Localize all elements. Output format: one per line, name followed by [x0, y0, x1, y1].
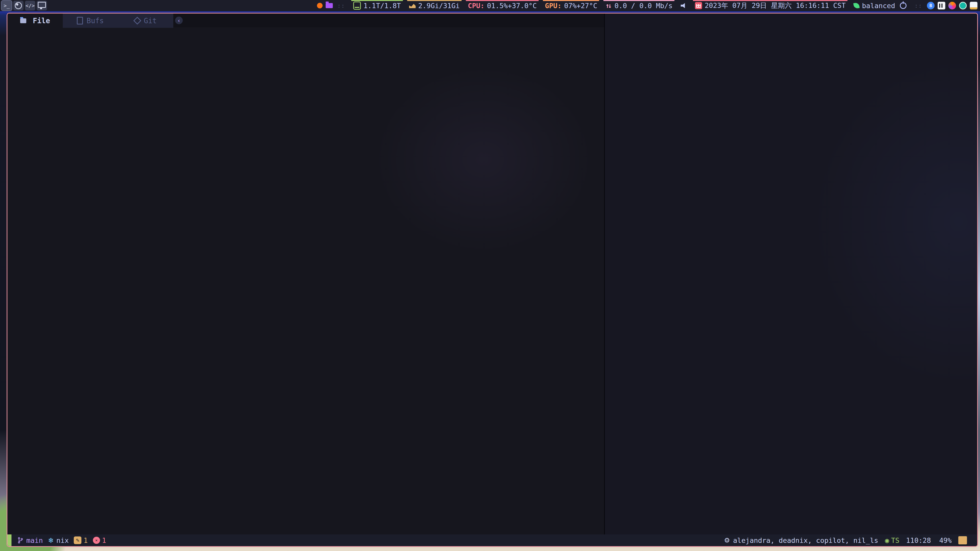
- treesitter-indicator: ◉ TS: [885, 537, 899, 545]
- workspace-terminal[interactable]: >_: [2, 1, 12, 11]
- browser-icon: [15, 2, 22, 9]
- statusline: main ❄ nix ✎ 1 ✕ 1 ⚙ alejandra, deadnix,…: [7, 534, 977, 546]
- updown-arrows-icon: ↑↓: [605, 2, 610, 10]
- terminal-icon: >_: [3, 3, 10, 9]
- top-status-bar: >_</> :: 1.1T/1.8T 2.9Gi/31Gi CPU: 01.5%…: [0, 0, 980, 11]
- workspace-switcher: >_</>: [2, 1, 47, 11]
- disk-stat: 1.1T/1.8T: [349, 0, 405, 11]
- clock: 2023年 07月 29日 星期六 16:16:11 CST: [691, 0, 850, 11]
- tab-git[interactable]: Git: [118, 14, 173, 28]
- branch-icon: [17, 537, 24, 544]
- ram-icon: [409, 3, 416, 8]
- speaker-icon: [681, 3, 687, 9]
- file-explorer-panel: File Bufs Git: [7, 14, 173, 534]
- pencil-icon: ✎: [74, 537, 81, 544]
- gear-icon: ⚙: [724, 537, 730, 544]
- tab-file[interactable]: File: [7, 14, 63, 28]
- lsp-clients: ⚙ alejandra, deadnix, copilot, nil_ls: [724, 537, 878, 545]
- git-diamond-icon: [134, 17, 142, 24]
- folder-icon: [20, 18, 26, 23]
- calendar-icon: [695, 2, 702, 9]
- gpu-stat: GPU: 07%+27°C: [541, 0, 601, 11]
- cpu-stat: CPU: 01.5%+37.0°C: [464, 0, 541, 11]
- ram-stat: 2.9Gi/31Gi: [405, 0, 464, 11]
- volume[interactable]: [676, 0, 691, 11]
- firefox-icon[interactable]: [948, 2, 956, 10]
- separator-dots: ::: [337, 3, 345, 9]
- edit-count-badge: ✎ 1: [74, 537, 88, 545]
- filetype: ❄ nix: [48, 537, 68, 545]
- workspace-code[interactable]: </>: [25, 1, 35, 11]
- bluetooth-icon[interactable]: B: [927, 2, 935, 10]
- power-icon: [900, 2, 907, 9]
- leaf-icon: [853, 3, 860, 9]
- nix-icon: ❄: [48, 537, 54, 545]
- disk-icon: [353, 2, 361, 10]
- terminal-pane[interactable]: [604, 14, 977, 534]
- picker-icon: ‹: [175, 17, 183, 24]
- breadcrumb: [173, 27, 604, 37]
- buffer-picker-button[interactable]: ‹: [173, 14, 185, 27]
- fcitx-icon[interactable]: [970, 2, 977, 10]
- doc-icon: [77, 17, 83, 24]
- workspace-monitor[interactable]: [37, 1, 47, 11]
- progress-block: [958, 536, 967, 545]
- mode-indicator: [7, 534, 11, 546]
- tab-bufs[interactable]: Bufs: [63, 14, 118, 28]
- status-dot-icon[interactable]: [317, 3, 323, 8]
- workspace-browser[interactable]: [13, 1, 24, 11]
- keyboard-icon[interactable]: [938, 2, 945, 10]
- code-area[interactable]: [173, 37, 604, 534]
- error-count-badge: ✕ 1: [93, 537, 106, 545]
- network-stat: ↑↓ 0.0 / 0.0 Mb/s: [601, 0, 676, 11]
- neovim-window: File Bufs Git ‹: [6, 13, 978, 547]
- tray-left: ::: [314, 0, 349, 11]
- desktop: >_</> :: 1.1T/1.8T 2.9Gi/31Gi CPU: 01.5%…: [0, 0, 980, 551]
- app-green-icon[interactable]: [959, 2, 967, 10]
- monitor-icon: [38, 2, 46, 8]
- folder-tray-icon[interactable]: [326, 3, 333, 8]
- cursor-position: 110:28 49%: [906, 537, 952, 545]
- buffer-tabline: ‹: [173, 14, 604, 27]
- tray-right: :: B: [911, 0, 980, 11]
- editor-pane: ‹: [173, 14, 604, 534]
- power-profile[interactable]: balanced: [850, 0, 910, 11]
- code-icon: </>: [25, 3, 35, 9]
- separator-dots: ::: [915, 3, 923, 9]
- error-x-icon: ✕: [93, 537, 100, 544]
- file-tree: [7, 28, 173, 534]
- git-branch: main: [17, 537, 43, 545]
- explorer-tabs: File Bufs Git: [7, 14, 173, 28]
